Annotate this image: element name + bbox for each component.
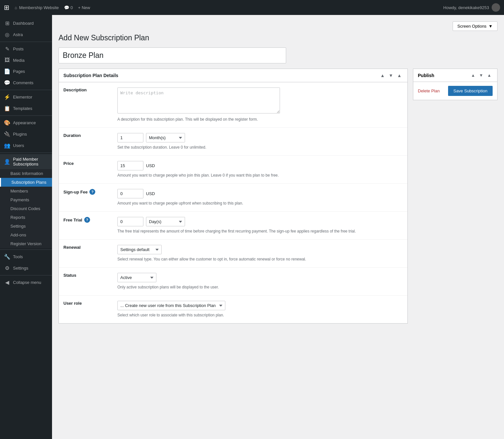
signup-fee-input-group: USD bbox=[117, 189, 403, 198]
sidebar-item-label: Tools bbox=[13, 254, 23, 259]
user-role-help: Select which user role to associate with… bbox=[117, 312, 403, 318]
duration-value-input[interactable] bbox=[117, 133, 143, 142]
subscription-plan-details-metabox: Subscription Plan Details ▲ ▼ ▲ bbox=[59, 69, 408, 324]
screen-options-button[interactable]: Screen Options ▼ bbox=[453, 21, 497, 31]
publish-header: Publish ▲ ▼ ▲ bbox=[413, 69, 497, 82]
description-textarea[interactable] bbox=[117, 87, 280, 113]
sidebar-item-label: Dashboard bbox=[13, 21, 34, 26]
user-role-label: User role bbox=[63, 301, 82, 306]
metabox-body: Description A description for this subsc… bbox=[59, 82, 407, 323]
description-help: A description for this subscription plan… bbox=[117, 116, 403, 122]
free-trial-label: Free Trial bbox=[63, 218, 82, 222]
duration-help: Set the subscription duration. Leave 0 f… bbox=[117, 144, 403, 150]
main-content: Screen Options ▼ Add New Subscription Pl… bbox=[52, 15, 504, 439]
signup-fee-input[interactable] bbox=[117, 189, 143, 198]
save-subscription-button[interactable]: Save Subscription bbox=[448, 86, 493, 96]
renewal-row: Renewal Settings default Auto renewal No… bbox=[59, 240, 407, 268]
submenu-settings[interactable]: Settings bbox=[0, 222, 52, 231]
submenu-add-ons[interactable]: Add-ons bbox=[0, 231, 52, 239]
metabox-header: Subscription Plan Details ▲ ▼ ▲ bbox=[59, 69, 407, 82]
sidebar-item-label: Templates bbox=[13, 106, 32, 111]
sidebar-item-label: Appearance bbox=[13, 120, 36, 125]
site-name[interactable]: ⌂ Membership Website bbox=[15, 5, 59, 10]
signup-fee-label: Sign-up Fee bbox=[63, 190, 87, 194]
metabox-collapse-down-button[interactable]: ▼ bbox=[387, 72, 394, 79]
paid-member-submenu: Basic Information Subscription Plans Mem… bbox=[0, 169, 52, 248]
metabox-collapse-up-button[interactable]: ▲ bbox=[379, 72, 386, 79]
pages-icon: 📄 bbox=[4, 68, 10, 74]
page-title: Add New Subscription Plan bbox=[59, 33, 497, 42]
free-trial-row: Free Trial ? Day(s) We bbox=[59, 212, 407, 240]
sidebar-item-paid-member[interactable]: 👤 Paid Member Subscriptions bbox=[0, 154, 52, 169]
posts-icon: ✎ bbox=[4, 46, 10, 52]
users-icon: 👥 bbox=[4, 142, 10, 149]
sidebar-item-collapse[interactable]: ◀ Collapse menu bbox=[0, 277, 52, 288]
user-role-row: User role ... Create new user role from … bbox=[59, 296, 407, 324]
submenu-discount-codes[interactable]: Discount Codes bbox=[0, 204, 52, 213]
sidebar-item-pages[interactable]: 📄 Pages bbox=[0, 66, 52, 77]
status-label: Status bbox=[63, 273, 76, 278]
sidebar-item-posts[interactable]: ✎ Posts bbox=[0, 43, 52, 55]
sidebar-item-astra[interactable]: ◎ Astra bbox=[0, 29, 52, 40]
submenu-register-version[interactable]: Register Version bbox=[0, 239, 52, 248]
signup-fee-label-group: Sign-up Fee ? bbox=[63, 189, 113, 195]
duration-unit-select[interactable]: Day(s) Week(s) Month(s) Year(s) bbox=[146, 133, 185, 142]
free-trial-value-input[interactable] bbox=[117, 217, 143, 226]
sidebar-item-label: Users bbox=[13, 143, 24, 148]
publish-body: Delete Plan Save Subscription bbox=[413, 82, 497, 100]
user-role-select[interactable]: ... Create new user role from this Subsc… bbox=[117, 301, 225, 310]
renewal-select[interactable]: Settings default Auto renewal No renewal… bbox=[117, 245, 162, 254]
free-trial-unit-select[interactable]: Day(s) Week(s) Month(s) bbox=[146, 217, 185, 226]
sidebar-item-tools[interactable]: 🔧 Tools bbox=[0, 251, 52, 262]
sidebar-item-label: Astra bbox=[13, 32, 23, 37]
signup-fee-help-icon[interactable]: ? bbox=[89, 189, 95, 195]
sidebar-item-users[interactable]: 👥 Users bbox=[0, 140, 52, 151]
greeting: Howdy, denekikake9253 bbox=[443, 5, 489, 10]
dashboard-icon: ⊞ bbox=[4, 20, 10, 26]
publish-metabox: Publish ▲ ▼ ▲ Delete Plan Save Subscript… bbox=[413, 69, 497, 100]
sidebar-item-appearance[interactable]: 🎨 Appearance bbox=[0, 117, 52, 128]
free-trial-help: The free trial represents the amount of … bbox=[117, 228, 403, 234]
submenu-members[interactable]: Members bbox=[0, 187, 52, 195]
new-item[interactable]: + New bbox=[78, 5, 90, 10]
plan-title-input[interactable] bbox=[59, 47, 286, 63]
metabox-toggle-button[interactable]: ▲ bbox=[396, 72, 403, 79]
free-trial-help-icon[interactable]: ? bbox=[84, 217, 90, 223]
sidebar-item-plugins[interactable]: 🔌 Plugins bbox=[0, 128, 52, 140]
sidebar-item-label: Posts bbox=[13, 47, 24, 51]
price-value-input[interactable] bbox=[117, 161, 143, 170]
submenu-reports[interactable]: Reports bbox=[0, 213, 52, 222]
avatar[interactable] bbox=[492, 3, 500, 12]
settings-icon: ⚙ bbox=[4, 265, 10, 271]
sidebar-item-label: Pages bbox=[13, 69, 25, 74]
sidebar-item-label: Comments bbox=[13, 80, 33, 85]
duration-label: Duration bbox=[63, 133, 81, 138]
renewal-label: Renewal bbox=[63, 245, 81, 250]
submenu-basic-info[interactable]: Basic Information bbox=[0, 169, 52, 178]
templates-icon: 📋 bbox=[4, 105, 10, 112]
media-icon: 🖼 bbox=[4, 57, 10, 63]
submenu-subscription-plans[interactable]: Subscription Plans bbox=[0, 178, 52, 187]
free-trial-input-group: Day(s) Week(s) Month(s) bbox=[117, 217, 403, 226]
publish-toggle-button[interactable]: ▲ bbox=[486, 72, 493, 78]
wp-logo[interactable]: ⊞ bbox=[4, 4, 9, 11]
comments-item[interactable]: 💬 0 bbox=[64, 5, 73, 10]
admin-bar-right: Howdy, denekikake9253 bbox=[443, 3, 500, 12]
publish-collapse-down-button[interactable]: ▼ bbox=[478, 72, 484, 78]
comments-icon: 💬 bbox=[64, 5, 69, 10]
screen-options-bar: Screen Options ▼ bbox=[59, 21, 497, 31]
publish-collapse-up-button[interactable]: ▲ bbox=[470, 72, 476, 78]
sidebar-item-media[interactable]: 🖼 Media bbox=[0, 55, 52, 66]
sidebar-item-elementor[interactable]: ⚡ Elementor bbox=[0, 91, 52, 103]
delete-plan-link[interactable]: Delete Plan bbox=[418, 88, 440, 93]
sidebar-item-dashboard[interactable]: ⊞ Dashboard bbox=[0, 18, 52, 29]
sidebar-item-settings[interactable]: ⚙ Settings bbox=[0, 262, 52, 274]
sidebar-item-comments[interactable]: 💬 Comments bbox=[0, 77, 52, 88]
chevron-down-icon: ▼ bbox=[488, 24, 493, 29]
submenu-payments[interactable]: Payments bbox=[0, 195, 52, 204]
description-label: Description bbox=[63, 87, 87, 92]
status-select[interactable]: Active Inactive bbox=[117, 273, 156, 282]
content-main: Subscription Plan Details ▲ ▼ ▲ bbox=[59, 69, 408, 329]
sidebar: ⊞ Dashboard ◎ Astra ✎ Posts 🖼 Media 📄 Pa… bbox=[0, 15, 52, 439]
sidebar-item-templates[interactable]: 📋 Templates bbox=[0, 103, 52, 114]
